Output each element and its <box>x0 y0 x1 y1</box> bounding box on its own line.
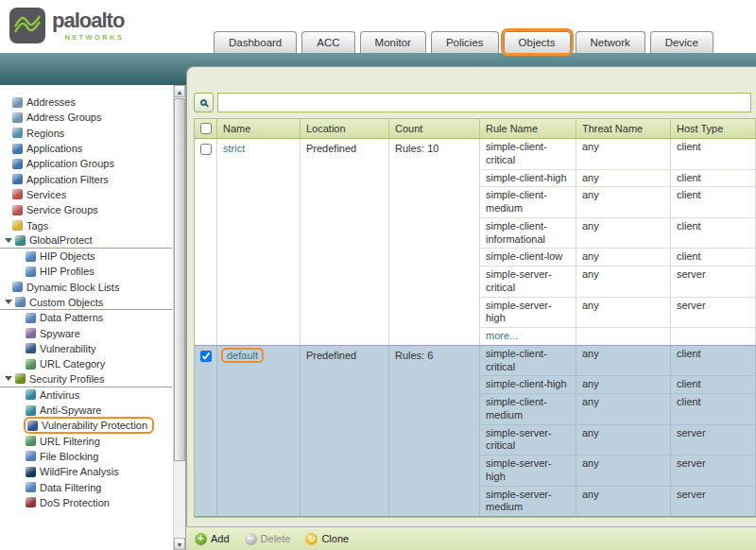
rule-name-cell: simple-client-medium <box>480 187 576 218</box>
tab-dashboard[interactable]: Dashboard <box>214 31 297 53</box>
sidebar-item-label: Spyware <box>40 328 80 339</box>
row-checkbox[interactable] <box>200 351 212 362</box>
sidebar-item-dos-protection[interactable]: DoS Protection <box>0 495 172 510</box>
sidebar-item-address-groups[interactable]: Address Groups <box>0 110 172 125</box>
expand-arrow-icon[interactable] <box>5 238 12 243</box>
scroll-down-icon[interactable]: ▼ <box>174 538 185 550</box>
app-window: paloalto NETWORKS DashboardACCMonitorPol… <box>0 0 756 550</box>
search-button[interactable] <box>194 93 214 112</box>
paloalto-waves-icon <box>9 8 45 43</box>
tab-policies[interactable]: Policies <box>431 31 499 53</box>
sidebar-item-data-patterns[interactable]: Data Patterns <box>0 310 172 325</box>
threat-name-cell: any <box>576 187 671 218</box>
sidebar-item-url-category[interactable]: URL Category <box>0 356 172 371</box>
table-header: NameLocationCountRule NameThreat NameHos… <box>195 119 756 139</box>
sidebar-item-application-groups[interactable]: Application Groups <box>0 156 172 171</box>
sidebar-item-applications[interactable]: Applications <box>0 141 172 156</box>
dynamic-block-lists-icon <box>12 282 23 292</box>
host-type-cell: client <box>671 394 756 425</box>
tags-icon <box>12 220 23 231</box>
rule-name-cell: simple-client-medium <box>480 394 576 425</box>
sidebar-item-custom-objects[interactable]: Custom Objects <box>0 295 172 310</box>
tab-acc[interactable]: ACC <box>301 31 354 53</box>
rule-name-cell: simple-server-high <box>480 455 576 487</box>
hip-profiles-icon <box>26 266 36 277</box>
brand-logo: paloalto NETWORKS <box>9 8 124 43</box>
sidebar-item-tags[interactable]: Tags <box>0 217 172 232</box>
scrollbar-thumb[interactable] <box>174 98 185 461</box>
sidebar-item-vulnerability-protection[interactable]: Vulnerability Protection <box>0 418 172 433</box>
delete-button[interactable]: − Delete <box>245 533 291 545</box>
sidebar-item-antivirus[interactable]: Antivirus <box>0 387 172 403</box>
vulnerability-icon <box>26 343 36 353</box>
sidebar-item-spyware[interactable]: Spyware <box>0 325 172 340</box>
sidebar-item-service-groups[interactable]: Service Groups <box>0 202 172 217</box>
sidebar-item-label: Vulnerability <box>40 343 96 354</box>
more-link[interactable]: more... <box>486 330 518 341</box>
address-groups-icon <box>12 112 23 123</box>
url-filtering-icon <box>26 436 36 446</box>
clone-button[interactable]: ↻ Clone <box>305 533 349 545</box>
rule-name-cell: simple-client-low <box>480 249 576 266</box>
sidebar-item-regions[interactable]: Regions <box>0 126 172 141</box>
tab-network[interactable]: Network <box>576 31 645 53</box>
sidebar-item-application-filters[interactable]: Application Filters <box>0 171 172 186</box>
sidebar-item-vulnerability[interactable]: Vulnerability <box>0 341 172 356</box>
tab-monitor[interactable]: Monitor <box>360 31 426 53</box>
sidebar-item-file-blocking[interactable]: File Blocking <box>0 449 172 464</box>
column-header-rule-name[interactable]: Rule Name <box>480 119 576 138</box>
row-checkbox[interactable] <box>200 144 212 155</box>
sidebar-item-label: HIP Profiles <box>40 266 94 277</box>
column-header-host-type[interactable]: Host Type <box>671 119 756 138</box>
sidebar-item-addresses[interactable]: Addresses <box>0 95 172 110</box>
sidebar-item-url-filtering[interactable]: URL Filtering <box>0 434 172 449</box>
sidebar-item-label: Service Groups <box>26 204 98 215</box>
sidebar-item-label: Application Filters <box>26 174 109 185</box>
profile-name-link[interactable]: default <box>223 350 262 361</box>
sidebar-item-data-filtering[interactable]: Data Filtering <box>0 479 172 494</box>
host-type-cell: client <box>671 346 756 377</box>
threat-name-cell: any <box>576 376 671 394</box>
host-type-cell: client <box>671 139 756 170</box>
tab-objects[interactable]: Objects <box>504 31 571 53</box>
sidebar-item-anti-spyware[interactable]: Anti-Spyware <box>0 403 172 418</box>
expand-arrow-icon[interactable] <box>5 376 12 381</box>
scroll-up-icon[interactable]: ▲ <box>174 85 185 97</box>
application-groups-icon <box>12 159 23 169</box>
threat-name-cell: any <box>576 266 671 298</box>
services-icon <box>12 189 23 199</box>
sidebar-item-services[interactable]: Services <box>0 187 172 202</box>
rule-name-cell: simple-client-high <box>480 376 576 394</box>
column-header-threat-name[interactable]: Threat Name <box>576 119 671 138</box>
select-all-checkbox[interactable] <box>200 123 212 134</box>
sidebar-item-globalprotect[interactable]: GlobalProtect <box>0 233 172 249</box>
rule-name-cell: simple-client-critical <box>480 139 576 170</box>
sidebar-item-label: Vulnerability Protection <box>42 420 147 431</box>
profile-name-link[interactable]: strict <box>223 143 245 154</box>
sidebar-item-hip-objects[interactable]: HIP Objects <box>0 249 172 264</box>
search-input[interactable] <box>217 93 751 112</box>
column-header-name[interactable]: Name <box>217 119 301 138</box>
add-button[interactable]: + Add <box>195 533 230 545</box>
sidebar-item-label: Antivirus <box>40 389 79 401</box>
delete-button-label: Delete <box>261 533 291 544</box>
tab-device[interactable]: Device <box>650 31 713 53</box>
host-type-cell: client <box>671 187 756 218</box>
expand-arrow-icon[interactable] <box>5 300 12 304</box>
sidebar-item-wildfire-analysis[interactable]: WildFire Analysis <box>0 464 172 479</box>
sidebar-item-label: Addresses <box>26 96 76 108</box>
rule-name-cell: simple-server-critical <box>480 425 576 456</box>
sidebar-scrollbar[interactable]: ▲ ▼ <box>173 85 185 550</box>
host-type-cell: client <box>671 249 756 266</box>
sidebar-item-security-profiles[interactable]: Security Profiles <box>0 371 172 387</box>
threat-name-cell: any <box>576 170 671 188</box>
sidebar-item-label: URL Filtering <box>40 436 100 447</box>
anti-spyware-icon <box>26 405 36 416</box>
vulnerability-protection-icon <box>27 421 38 431</box>
host-type-cell: server <box>671 455 756 487</box>
clone-button-label: Clone <box>321 533 349 544</box>
column-header-count[interactable]: Count <box>389 119 480 138</box>
sidebar-item-dynamic-block-lists[interactable]: Dynamic Block Lists <box>0 280 172 295</box>
sidebar-item-hip-profiles[interactable]: HIP Profiles <box>0 264 172 279</box>
column-header-location[interactable]: Location <box>301 119 389 138</box>
